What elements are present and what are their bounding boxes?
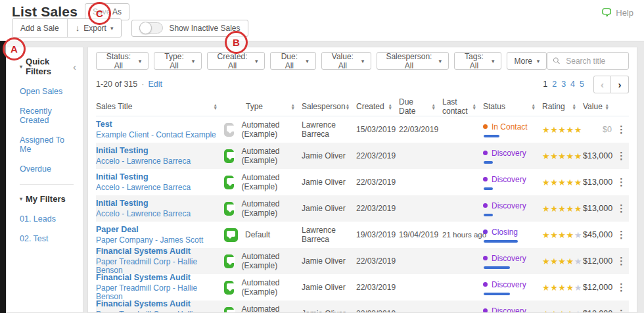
table-row[interactable]: Financial Systems Audit Paper Treadmill … bbox=[96, 301, 629, 313]
filter-due-all[interactable]: Due: All ▾ bbox=[270, 52, 315, 70]
filter-salesperson-all[interactable]: Salesperson: All ▾ bbox=[377, 52, 449, 70]
edit-link[interactable]: Edit bbox=[148, 80, 162, 89]
sort-icon[interactable] bbox=[605, 103, 609, 110]
kebab-menu-icon[interactable]: ⋮ bbox=[616, 308, 626, 313]
chevron-down-icon: ▾ bbox=[110, 25, 114, 32]
sale-type-icon bbox=[224, 149, 234, 163]
sort-icon[interactable] bbox=[388, 103, 392, 110]
column-header-due-date[interactable]: Due Date bbox=[399, 97, 442, 116]
sort-icon[interactable] bbox=[346, 103, 350, 110]
search-box[interactable] bbox=[547, 52, 629, 70]
sale-title-link[interactable]: Initial Testing bbox=[96, 199, 220, 208]
add-sale-button[interactable]: Add a Sale bbox=[12, 19, 67, 37]
table-row[interactable]: Test Example Client - Contact Example Au… bbox=[96, 116, 629, 143]
rating-stars: ★★★★★ bbox=[542, 309, 583, 313]
prev-page-button[interactable]: ‹ bbox=[593, 76, 611, 93]
column-header-last-contact[interactable]: Last contact bbox=[442, 97, 483, 116]
star-filled-icon: ★ bbox=[574, 178, 582, 187]
sale-client-link[interactable]: Accelo - Lawrence Barreca bbox=[96, 210, 220, 218]
star-filled-icon: ★ bbox=[574, 204, 582, 214]
quick-filters-header[interactable]: ▾ Quick Filters ‹ bbox=[20, 57, 78, 76]
star-filled-icon: ★ bbox=[566, 125, 574, 135]
sale-client-link[interactable]: Paper Treadmill Corp - Hallie Benson bbox=[96, 310, 220, 313]
table-row[interactable]: Initial Testing Accelo - Lawrence Barrec… bbox=[96, 169, 629, 195]
page-number[interactable]: 4 bbox=[570, 80, 575, 89]
status-cell: In Contact bbox=[483, 122, 542, 137]
kebab-menu-icon[interactable]: ⋮ bbox=[616, 281, 626, 293]
filter-value-all[interactable]: Value: All ▾ bbox=[321, 52, 371, 70]
sort-icon[interactable] bbox=[472, 103, 476, 110]
sale-client-link[interactable]: Accelo - Lawrence Barreca bbox=[96, 157, 220, 166]
progress-bar bbox=[484, 240, 518, 243]
collapse-sidebar-icon[interactable]: ‹ bbox=[73, 61, 78, 72]
table-row[interactable]: Initial Testing Accelo - Lawrence Barrec… bbox=[96, 143, 629, 169]
kebab-menu-icon[interactable]: ⋮ bbox=[616, 150, 626, 162]
column-header-salesperson[interactable]: Salesperson bbox=[302, 102, 356, 111]
sort-icon[interactable] bbox=[572, 103, 576, 110]
status-cell: Discovery bbox=[483, 149, 542, 164]
table-row[interactable]: Financial Systems Audit Paper Treadmill … bbox=[96, 248, 629, 274]
sort-icon[interactable] bbox=[291, 103, 295, 110]
sale-title-link[interactable]: Paper Deal bbox=[96, 226, 220, 234]
status-dot-icon bbox=[483, 229, 488, 234]
status-label: Discovery bbox=[492, 280, 526, 289]
column-header-type[interactable]: Type bbox=[224, 102, 302, 111]
kebab-menu-icon[interactable]: ⋮ bbox=[616, 203, 626, 214]
sort-icon[interactable] bbox=[532, 103, 536, 110]
sale-client-link[interactable]: Example Client - Contact Example bbox=[96, 131, 220, 139]
filter-label: Salesperson: All bbox=[384, 52, 434, 70]
sale-title-link[interactable]: Initial Testing bbox=[96, 173, 220, 181]
column-header-value[interactable]: Value bbox=[583, 102, 616, 111]
column-header-created[interactable]: Created bbox=[356, 102, 399, 111]
sale-type-text: Automated (Example) bbox=[241, 252, 298, 270]
column-label: Status bbox=[483, 102, 505, 111]
sale-title-link[interactable]: Initial Testing bbox=[96, 147, 220, 155]
sidebar-item-01-leads[interactable]: 01. Leads bbox=[20, 214, 78, 224]
filter-created-all[interactable]: Created: All ▾ bbox=[207, 52, 265, 70]
kebab-menu-icon[interactable]: ⋮ bbox=[616, 176, 626, 188]
show-inactive-toggle[interactable] bbox=[139, 22, 163, 34]
sale-client-link[interactable]: Accelo - Lawrence Barreca bbox=[96, 183, 220, 192]
filter-status-all[interactable]: Status: All ▾ bbox=[96, 52, 149, 70]
my-filters-header[interactable]: ▾ My Filters bbox=[20, 194, 78, 204]
filter-more[interactable]: More ▾ bbox=[507, 52, 547, 70]
sort-icon[interactable] bbox=[214, 103, 218, 110]
column-header-sales-title[interactable]: Sales Title bbox=[96, 102, 224, 111]
help-link[interactable]: Help bbox=[601, 8, 633, 18]
star-filled-icon: ★ bbox=[566, 256, 574, 266]
next-page-button[interactable]: › bbox=[611, 76, 629, 93]
sale-type-icon bbox=[224, 202, 234, 216]
kebab-menu-icon[interactable]: ⋮ bbox=[616, 124, 626, 135]
sale-client-link[interactable]: Paper Company - James Scott bbox=[96, 236, 220, 245]
star-filled-icon: ★ bbox=[574, 151, 582, 161]
kebab-menu-icon[interactable]: ⋮ bbox=[616, 255, 626, 267]
sidebar-item-02-test[interactable]: 02. Test bbox=[20, 234, 78, 243]
sidebar-item-overdue[interactable]: Overdue bbox=[20, 164, 78, 174]
filter-tags-all[interactable]: Tags: All ▾ bbox=[454, 52, 501, 70]
sale-title-link[interactable]: Financial Systems Audit bbox=[96, 274, 220, 282]
column-header-status[interactable]: Status bbox=[483, 102, 542, 111]
created-cell: 22/03/2019 bbox=[356, 256, 399, 266]
table-row[interactable]: Initial Testing Accelo - Lawrence Barrec… bbox=[96, 195, 629, 222]
value-cell: $12,000 bbox=[583, 283, 616, 292]
star-filled-icon: ★ bbox=[558, 256, 566, 266]
sidebar-item-recently-created[interactable]: Recently Created bbox=[20, 107, 78, 125]
search-input[interactable] bbox=[564, 56, 623, 66]
page-number[interactable]: 3 bbox=[561, 80, 566, 89]
page-number[interactable]: 1 bbox=[543, 80, 547, 89]
sidebar-item-open-sales[interactable]: Open Sales bbox=[20, 87, 78, 96]
page-number[interactable]: 2 bbox=[552, 80, 557, 89]
sidebar-item-assigned-to-me[interactable]: Assigned To Me bbox=[20, 135, 78, 154]
sale-title-link[interactable]: Financial Systems Audit bbox=[96, 300, 220, 308]
table-row[interactable]: Financial Systems Audit Paper Treadmill … bbox=[96, 274, 629, 301]
sort-icon[interactable] bbox=[432, 103, 436, 110]
column-header-rating[interactable]: Rating bbox=[542, 102, 583, 111]
filter-type-all[interactable]: Type: All ▾ bbox=[154, 52, 202, 70]
kebab-menu-icon[interactable]: ⋮ bbox=[616, 229, 626, 241]
sale-title-link[interactable]: Test bbox=[96, 120, 220, 129]
table-row[interactable]: Paper Deal Paper Company - James Scott D… bbox=[96, 222, 629, 248]
sale-title-link[interactable]: Financial Systems Audit bbox=[96, 247, 220, 256]
page-number[interactable]: 5 bbox=[580, 80, 584, 89]
status-cell: Discovery bbox=[483, 201, 542, 216]
table-body: Test Example Client - Contact Example Au… bbox=[96, 116, 629, 313]
